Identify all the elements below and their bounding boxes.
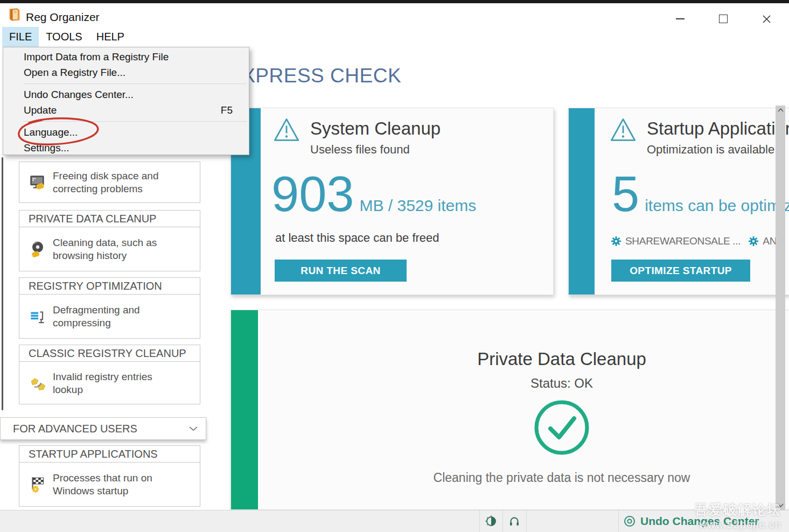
statusbar-separator bbox=[618, 510, 619, 532]
chevron-down-icon bbox=[188, 426, 198, 431]
private-data-title: Private Data Cleanup bbox=[231, 349, 789, 369]
sidebar-item-registry-optimization[interactable]: Defragmenting and compressing bbox=[19, 295, 200, 339]
invalid-entries-icon bbox=[28, 374, 47, 393]
sidebar-advanced-users-toggle[interactable]: FOR ADVANCED USERS bbox=[0, 417, 206, 440]
sidebar-item-startup-processes[interactable]: Processes that run on Windows startup bbox=[19, 463, 200, 507]
status-bar: Undo Changes Center bbox=[0, 510, 789, 532]
reg-organizer-window: Reg Organizer FILE TOOLS HELP EXPRESS CH… bbox=[0, 0, 789, 532]
menu-item-language[interactable]: Language... bbox=[3, 124, 249, 141]
sidebar-item-label: Invalid registry entries lookup bbox=[53, 370, 178, 396]
card-subtitle: Useless files found bbox=[310, 143, 410, 157]
startup-flag-icon bbox=[28, 475, 47, 494]
sidebar-group-header: REGISTRY OPTIMIZATION bbox=[19, 278, 200, 295]
advanced-users-label: FOR ADVANCED USERS bbox=[13, 423, 137, 435]
sidebar-group-startup-applications: STARTUP APPLICATIONS bbox=[19, 445, 200, 507]
chevron-up-icon bbox=[778, 108, 784, 112]
menu-item-settings[interactable]: Settings... bbox=[3, 141, 249, 157]
defragment-icon bbox=[28, 307, 47, 326]
card-title: System Cleanup bbox=[310, 118, 441, 139]
scrollbar-up-button[interactable] bbox=[776, 106, 785, 115]
run-scan-button[interactable]: RUN THE SCAN bbox=[275, 260, 407, 282]
private-data-note: Cleaning the private data is not necessa… bbox=[231, 471, 789, 485]
statusbar-separator bbox=[526, 510, 527, 532]
close-icon bbox=[762, 15, 771, 24]
startup-items-unit: items can be optimized bbox=[645, 197, 789, 215]
support-button[interactable] bbox=[508, 515, 520, 529]
statusbar-separator bbox=[479, 510, 480, 532]
menu-item-update[interactable]: Update F5 bbox=[3, 103, 249, 119]
statusbar-separator bbox=[502, 510, 503, 532]
optimize-startup-button[interactable]: OPTIMIZE STARTUP bbox=[611, 260, 750, 282]
maximize-icon bbox=[719, 15, 728, 23]
minimize-button[interactable] bbox=[672, 13, 688, 25]
sidebar-item-label: Freeing disk space and correcting proble… bbox=[53, 170, 178, 195]
private-data-status: Status: OK bbox=[231, 376, 789, 391]
startup-items-value: 5 bbox=[612, 174, 639, 214]
chevron-down-icon bbox=[778, 503, 784, 507]
menu-file[interactable]: FILE bbox=[2, 27, 39, 47]
disk-cleanup-icon bbox=[28, 173, 47, 192]
menu-bar: FILE TOOLS HELP bbox=[0, 27, 789, 47]
menu-item-open-registry-file[interactable]: Open a Registry File... bbox=[3, 65, 249, 81]
startup-item-label: SHAREWAREONSALE ... bbox=[625, 235, 741, 247]
menu-item-import-data[interactable]: Import Data from a Registry File bbox=[3, 49, 249, 65]
menu-tools[interactable]: TOOLS bbox=[39, 27, 89, 47]
menu-item-label: Update bbox=[24, 104, 57, 116]
app-logo-icon bbox=[7, 7, 22, 22]
privacy-cleanup-icon bbox=[28, 240, 47, 259]
sidebar-item-label: Cleaning data, such as browsing history bbox=[53, 236, 178, 262]
card-accent-stripe bbox=[569, 108, 595, 295]
sidebar-group-header: PRIVATE DATA CLEANUP bbox=[19, 211, 200, 227]
contrast-button[interactable] bbox=[485, 515, 497, 529]
check-circle-icon bbox=[533, 398, 591, 457]
title-bar: Reg Organizer bbox=[0, 3, 789, 27]
sidebar-item-invalid-entries[interactable]: Invalid registry entries lookup bbox=[19, 362, 200, 404]
cleanup-size-value: 903 bbox=[271, 174, 354, 214]
menu-shortcut-f5: F5 bbox=[221, 104, 233, 116]
private-data-content: Private Data Cleanup Status: OK Cleaning… bbox=[231, 310, 789, 485]
minimize-icon bbox=[676, 18, 685, 19]
vertical-scrollbar[interactable] bbox=[776, 106, 785, 510]
sidebar-group-header: CLASSIC REGISTRY CLEANUP bbox=[19, 345, 200, 362]
window-title: Reg Organizer bbox=[26, 11, 100, 24]
undo-changes-center-link[interactable]: Undo Changes Center bbox=[624, 510, 759, 532]
sidebar-scrollbar-thumb[interactable] bbox=[2, 157, 3, 410]
undo-center-icon bbox=[624, 515, 636, 527]
menu-help[interactable]: HELP bbox=[89, 27, 131, 47]
sidebar-item-label: Processes that run on Windows startup bbox=[53, 472, 178, 498]
undo-changes-center-label: Undo Changes Center bbox=[640, 515, 759, 528]
cleanup-size-unit: MB / 3529 items bbox=[360, 197, 477, 215]
contrast-icon bbox=[485, 515, 497, 527]
warning-triangle-icon bbox=[273, 117, 301, 144]
gear-icon bbox=[611, 236, 622, 247]
sidebar-group-classic-registry-cleanup: CLASSIC REGISTRY CLEANUP Invalid registr… bbox=[19, 345, 200, 404]
page-title: EXPRESS CHECK bbox=[228, 65, 401, 87]
sidebar-group-private-data: PRIVATE DATA CLEANUP Cleaning data, such… bbox=[19, 210, 200, 271]
card-subtitle: Optimization is available bbox=[647, 143, 774, 157]
sidebar-item-private-data-cleanup[interactable]: Cleaning data, such as browsing history bbox=[19, 227, 200, 271]
system-cleanup-card: System Cleanup Useless files found 903 M… bbox=[231, 108, 554, 295]
card-title: Startup Applications bbox=[647, 118, 789, 139]
sidebar-item-label: Defragmenting and compressing bbox=[53, 304, 178, 330]
scrollbar-down-button[interactable] bbox=[776, 501, 785, 510]
sidebar-group-header: STARTUP APPLICATIONS bbox=[19, 446, 200, 463]
maximize-button[interactable] bbox=[715, 13, 731, 25]
startup-item-shareware[interactable]: SHAREWAREONSALE ... bbox=[611, 235, 741, 247]
gear-icon bbox=[748, 236, 759, 247]
file-menu-dropdown: Import Data from a Registry File Open a … bbox=[3, 47, 249, 155]
sidebar-group-registry-optimization: REGISTRY OPTIMIZATION Defragmenting and … bbox=[19, 277, 200, 339]
menu-item-undo-changes-center[interactable]: Undo Changes Center... bbox=[3, 87, 249, 103]
headphones-icon bbox=[508, 515, 520, 527]
sidebar-item-system-cleanup[interactable]: Freeing disk space and correcting proble… bbox=[19, 162, 200, 203]
warning-triangle-icon bbox=[609, 117, 637, 144]
check-circle-wrap bbox=[231, 398, 789, 459]
close-button[interactable] bbox=[758, 13, 774, 25]
cleanup-note: at least this space can be freed bbox=[275, 231, 439, 245]
startup-applications-card: Startup Applications Optimization is ava… bbox=[568, 108, 789, 295]
